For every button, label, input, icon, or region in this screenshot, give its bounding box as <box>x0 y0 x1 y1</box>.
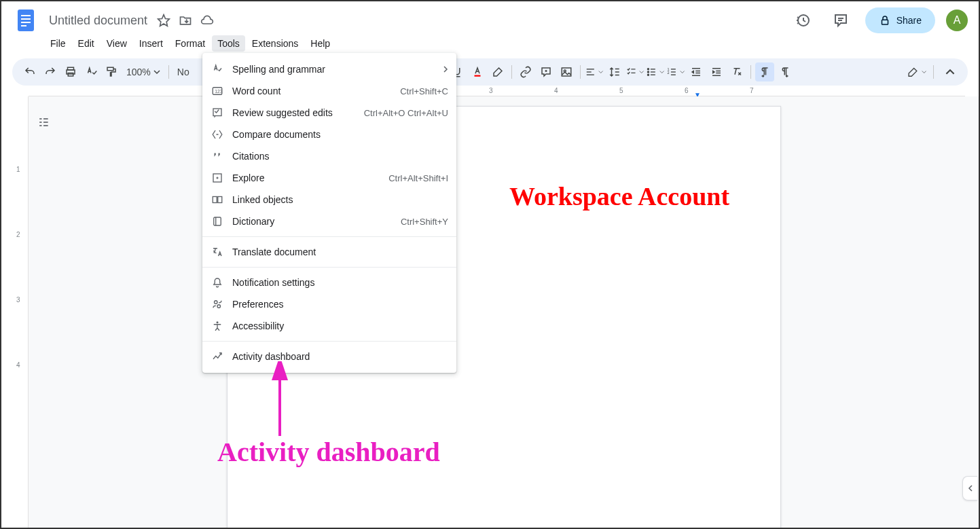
comment-button[interactable] <box>537 62 556 81</box>
tools-menu-translate-document[interactable]: Translate document <box>202 241 456 263</box>
separator <box>750 65 751 79</box>
dictionary-icon <box>211 215 224 228</box>
menu-item-label: Citations <box>232 151 448 162</box>
title-area: Untitled document <box>45 12 789 29</box>
docs-logo[interactable] <box>12 7 39 34</box>
menu-item-label: Compare documents <box>232 129 448 140</box>
menu-format[interactable]: Format <box>170 35 211 52</box>
tools-menu-dictionary[interactable]: DictionaryCtrl+Shift+Y <box>202 211 456 232</box>
menu-item-label: Word count <box>232 86 400 96</box>
link-button[interactable] <box>516 62 535 81</box>
tools-dropdown: Spelling and grammar123Word countCtrl+Sh… <box>202 53 456 373</box>
tools-menu-spelling-and-grammar[interactable]: Spelling and grammar <box>202 58 456 80</box>
comments-icon[interactable] <box>827 7 854 34</box>
checklist-button[interactable] <box>625 62 645 81</box>
header-bar: Untitled document Share A <box>1 1 979 34</box>
move-icon[interactable] <box>179 14 192 27</box>
svg-point-58 <box>217 305 221 308</box>
menu-shortcut: Ctrl+Alt+Shift+I <box>388 173 448 183</box>
increase-indent-button[interactable] <box>707 62 726 81</box>
clear-formatting-button[interactable] <box>727 62 746 81</box>
style-selector[interactable]: No <box>173 67 194 77</box>
cloud-status-icon[interactable] <box>200 14 214 27</box>
print-button[interactable] <box>61 62 80 81</box>
menu-tools[interactable]: Tools <box>212 35 245 52</box>
menu-item-label: Translate document <box>232 247 448 257</box>
ruler-tick: 7 <box>750 87 754 94</box>
explore-icon <box>211 171 224 185</box>
menu-help[interactable]: Help <box>305 35 335 52</box>
tools-menu-citations[interactable]: Citations <box>202 145 456 167</box>
avatar[interactable]: A <box>946 10 968 31</box>
toolbar: 100% No 12 <box>12 58 968 86</box>
menu-divider <box>202 267 456 268</box>
menu-file[interactable]: File <box>45 35 71 52</box>
zoom-selector[interactable]: 100% <box>122 67 164 77</box>
tools-menu-activity-dashboard[interactable]: Activity dashboard <box>202 346 456 367</box>
tools-menu-compare-documents[interactable]: Compare documents <box>202 124 456 145</box>
side-panel-toggle[interactable] <box>962 476 977 500</box>
svg-point-57 <box>215 301 218 304</box>
ruler-tick: 2 <box>16 231 20 238</box>
line-spacing-button[interactable] <box>605 62 624 81</box>
numbered-list-button[interactable]: 12 <box>666 62 685 81</box>
menu-item-label: Dictionary <box>232 216 401 227</box>
bulleted-list-button[interactable] <box>646 62 665 81</box>
svg-point-23 <box>647 71 649 73</box>
separator <box>511 65 512 79</box>
image-button[interactable] <box>557 62 576 81</box>
spellcheck-button[interactable] <box>81 62 101 81</box>
menu-item-label: Review suggested edits <box>232 107 364 118</box>
highlight-button[interactable] <box>488 62 507 81</box>
ruler-tick: 3 <box>489 87 493 94</box>
menu-insert[interactable]: Insert <box>134 35 168 52</box>
ruler-tick: 3 <box>16 296 20 304</box>
tools-menu-review-suggested-edits[interactable]: Review suggested editsCtrl+Alt+O Ctrl+Al… <box>202 102 456 124</box>
menu-item-label: Explore <box>232 172 388 183</box>
wordcount-icon: 123 <box>211 84 224 98</box>
menu-view[interactable]: View <box>101 35 132 52</box>
accessibility-icon <box>211 319 224 333</box>
vertical-ruler[interactable]: 1234 <box>1 96 29 528</box>
svg-rect-3 <box>21 22 31 23</box>
svg-rect-13 <box>107 67 113 71</box>
ruler-tick: 6 <box>685 87 689 94</box>
share-button[interactable]: Share <box>865 7 935 33</box>
svg-rect-54 <box>218 197 222 203</box>
menu-edit[interactable]: Edit <box>73 35 100 52</box>
svg-rect-9 <box>882 20 888 24</box>
menu-extensions[interactable]: Extensions <box>247 35 304 52</box>
linked-icon <box>211 193 224 206</box>
separator <box>933 65 934 79</box>
compare-icon <box>211 128 224 141</box>
tools-menu-linked-objects[interactable]: Linked objects <box>202 189 456 211</box>
editing-mode-button[interactable] <box>907 62 926 81</box>
star-icon[interactable] <box>157 14 170 27</box>
redo-button[interactable] <box>41 62 60 81</box>
svg-rect-53 <box>213 197 217 203</box>
chevron-down-icon <box>153 69 160 75</box>
align-button[interactable] <box>585 62 604 81</box>
outline-toggle-button[interactable] <box>34 113 53 132</box>
undo-button[interactable] <box>20 62 39 81</box>
text-color-button[interactable] <box>468 62 487 81</box>
menu-bar: FileEditViewInsertFormatToolsExtensionsH… <box>1 34 979 53</box>
rtl-button[interactable] <box>776 62 795 81</box>
tools-menu-word-count[interactable]: 123Word countCtrl+Shift+C <box>202 80 456 102</box>
prefs-icon <box>211 297 224 311</box>
horizontal-ruler[interactable]: ▼ 34567 <box>29 86 965 96</box>
menu-item-label: Linked objects <box>232 194 448 205</box>
tools-menu-accessibility[interactable]: Accessibility <box>202 315 456 337</box>
ltr-button[interactable] <box>755 62 774 81</box>
history-icon[interactable] <box>789 7 816 34</box>
svg-text:2: 2 <box>667 71 669 75</box>
decrease-indent-button[interactable] <box>687 62 706 81</box>
document-title[interactable]: Untitled document <box>45 12 151 29</box>
tools-menu-notification-settings[interactable]: Notification settings <box>202 272 456 293</box>
tools-menu-explore[interactable]: ExploreCtrl+Alt+Shift+I <box>202 167 456 189</box>
tools-menu-preferences[interactable]: Preferences <box>202 293 456 315</box>
collapse-toolbar-button[interactable] <box>941 62 960 81</box>
ruler-tick: 5 <box>619 87 623 94</box>
paint-format-button[interactable] <box>102 62 121 81</box>
menu-item-label: Activity dashboard <box>232 351 448 362</box>
